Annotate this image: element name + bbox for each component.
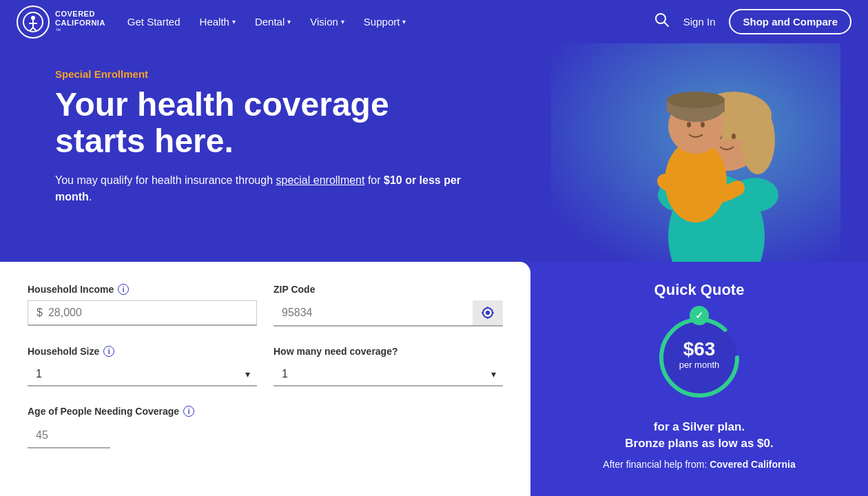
hero-content: Special Enrollment Your health coverage … <box>55 68 468 205</box>
svg-line-4 <box>30 28 33 31</box>
household-income-label: Household Income i <box>28 284 257 295</box>
logo-text: COVERED CALIFORNIA ™ <box>55 10 105 34</box>
quote-check-icon: ✓ <box>690 306 709 325</box>
nav-dental[interactable]: Dental ▾ <box>255 16 291 28</box>
svg-point-25 <box>486 311 490 315</box>
coverage-count-group: How many need coverage? 1 2 3 4 ▾ <box>273 346 503 386</box>
main-area: Household Income i $ ZIP Code <box>0 262 868 496</box>
svg-text:$63: $63 <box>683 338 716 360</box>
household-size-select-wrapper: 1 2 3 4 ▾ <box>28 362 257 386</box>
location-icon <box>481 306 495 320</box>
svg-line-5 <box>33 28 37 31</box>
dental-chevron-icon: ▾ <box>287 18 291 25</box>
nav-get-started[interactable]: Get Started <box>127 16 180 28</box>
household-size-select[interactable]: 1 2 3 4 <box>28 362 257 385</box>
nav-links: Get Started Health ▾ Dental ▾ Vision ▾ S… <box>127 16 632 28</box>
nav-health[interactable]: Health ▾ <box>200 16 236 28</box>
svg-point-21 <box>667 92 725 108</box>
quick-quote-title: Quick Quote <box>654 281 745 299</box>
quote-after-help: After financial help from: Covered Calif… <box>603 459 795 470</box>
location-button[interactable] <box>473 300 503 325</box>
vision-chevron-icon: ▾ <box>341 18 344 25</box>
svg-text:per month: per month <box>679 360 720 370</box>
age-group: Age of People Needing Coverage i <box>28 406 503 448</box>
hero-description: You may qualify for health insurance thr… <box>55 172 468 205</box>
hero-image <box>551 43 840 262</box>
quote-form-card: Household Income i $ ZIP Code <box>0 262 530 496</box>
household-income-group: Household Income i $ <box>28 284 257 327</box>
nav-actions: Sign In Shop and Compare <box>654 9 851 34</box>
zip-code-input[interactable] <box>273 301 473 324</box>
logo-icon <box>17 6 50 39</box>
zip-input-wrapper <box>273 300 503 327</box>
svg-line-7 <box>664 23 668 27</box>
quote-circle-chart: $63 per month <box>654 313 744 402</box>
household-size-label: Household Size i <box>28 346 257 357</box>
support-chevron-icon: ▾ <box>402 18 406 25</box>
form-top-grid: Household Income i $ ZIP Code <box>28 284 503 327</box>
nav-support[interactable]: Support ▾ <box>364 16 406 28</box>
dollar-sign: $ <box>37 307 43 319</box>
svg-point-14 <box>732 134 736 139</box>
logo[interactable]: COVERED CALIFORNIA ™ <box>17 6 105 39</box>
sign-in-link[interactable]: Sign In <box>683 16 716 28</box>
quote-circle-wrapper: ✓ $63 per month <box>654 313 744 405</box>
svg-point-1 <box>31 16 35 20</box>
zip-code-label: ZIP Code <box>273 284 503 295</box>
coverage-count-label: How many need coverage? <box>273 346 503 357</box>
hero-title: Your health coverage starts here. <box>55 87 468 160</box>
coverage-count-select[interactable]: 1 2 3 4 <box>273 362 503 385</box>
nav-vision[interactable]: Vision ▾ <box>310 16 344 28</box>
household-income-input[interactable] <box>48 307 248 319</box>
hero-section: Special Enrollment Your health coverage … <box>0 43 868 262</box>
quick-quote-card: Quick Quote ✓ $63 per month for a Silver… <box>530 262 868 496</box>
search-icon <box>654 12 670 28</box>
household-size-group: Household Size i 1 2 3 4 ▾ <box>28 346 257 386</box>
shop-compare-button[interactable]: Shop and Compare <box>729 9 851 34</box>
age-input[interactable] <box>28 424 110 448</box>
income-info-icon[interactable]: i <box>118 284 129 295</box>
household-income-input-wrapper: $ <box>28 300 257 326</box>
search-button[interactable] <box>654 12 670 31</box>
age-info-icon[interactable]: i <box>183 406 194 417</box>
health-chevron-icon: ▾ <box>232 18 236 25</box>
svg-point-12 <box>741 105 775 174</box>
quote-description: for a Silver plan. Bronze plans as low a… <box>625 419 773 452</box>
zip-code-group: ZIP Code <box>273 284 503 327</box>
age-label: Age of People Needing Coverage i <box>28 406 503 417</box>
special-enrollment-label: Special Enrollment <box>55 68 468 80</box>
svg-point-23 <box>701 122 705 127</box>
form-mid-grid: Household Size i 1 2 3 4 ▾ How many need… <box>28 346 503 386</box>
coverage-count-select-wrapper: 1 2 3 4 ▾ <box>273 362 503 386</box>
special-enrollment-link[interactable]: special enrollment <box>276 174 365 186</box>
svg-point-22 <box>687 122 691 127</box>
size-info-icon[interactable]: i <box>103 346 114 357</box>
